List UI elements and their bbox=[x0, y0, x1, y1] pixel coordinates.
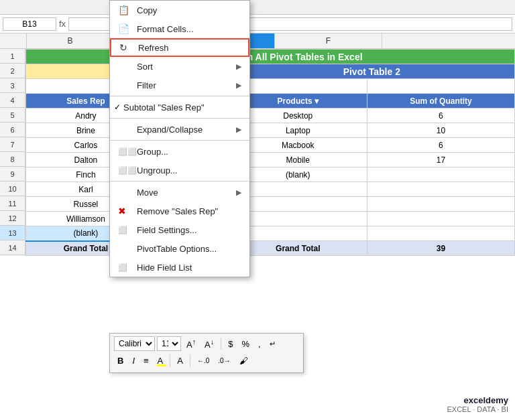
table-row: Grand Total Grand Total 39 bbox=[26, 241, 515, 256]
cell-f5[interactable]: 6 bbox=[367, 109, 514, 123]
menu-expand-label: Expand/Collapse bbox=[137, 125, 203, 135]
menu-item-subtotal[interactable]: ✓ Subtotal "Sales Rep" bbox=[110, 98, 249, 117]
separator-2 bbox=[110, 118, 249, 119]
cell-e2[interactable]: Pivot Table 2 bbox=[229, 64, 514, 79]
filter-arrow-icon: ▶ bbox=[236, 81, 241, 90]
menu-item-field-settings[interactable]: ⬜ Field Settings... bbox=[110, 220, 249, 239]
watermark-site: exceldemy bbox=[447, 395, 509, 405]
row-num-5: 5 bbox=[0, 108, 25, 123]
cell-f12[interactable] bbox=[367, 212, 514, 226]
table-row: Karl bbox=[26, 182, 515, 197]
table-row: Andry Desktop 6 bbox=[26, 109, 515, 123]
row-num-12: 12 bbox=[0, 211, 25, 226]
font-color-btn[interactable]: A bbox=[174, 353, 186, 368]
menu-item-expand[interactable]: Expand/Collapse ▶ bbox=[110, 120, 249, 139]
cell-reference-input[interactable] bbox=[3, 17, 56, 31]
menu-ungroup-label: Ungroup... bbox=[137, 165, 178, 176]
table-row: Dalton Mobile 17 bbox=[26, 153, 515, 167]
menu-item-ungroup[interactable]: ⬜⬜ Ungroup... bbox=[110, 161, 249, 180]
menu-pivottable-options-label: PivotTable Options... bbox=[137, 244, 217, 254]
menu-filter-label: Filter bbox=[137, 80, 156, 90]
menu-item-pivottable-options[interactable]: PivotTable Options... bbox=[110, 239, 249, 258]
cell-f9[interactable] bbox=[367, 167, 514, 182]
italic-btn[interactable]: I bbox=[129, 353, 138, 368]
menu-group-label: Group... bbox=[137, 147, 168, 157]
watermark-tagline: EXCEL · DATA · BI bbox=[447, 405, 509, 413]
menu-item-copy[interactable]: 📋 Copy bbox=[110, 1, 249, 19]
move-arrow-icon: ▶ bbox=[236, 188, 241, 197]
cell-f13[interactable] bbox=[367, 226, 514, 241]
menu-sort-label: Sort bbox=[137, 62, 153, 72]
menu-item-remove[interactable]: ✖ Remove "Sales Rep" bbox=[110, 202, 249, 220]
menu-item-group[interactable]: ⬜⬜ Group... bbox=[110, 142, 249, 161]
bold-btn[interactable]: B bbox=[114, 353, 127, 368]
menu-field-settings-label: Field Settings... bbox=[137, 225, 197, 235]
cell-f3[interactable] bbox=[367, 79, 514, 94]
toolbar-separator-1 bbox=[221, 338, 221, 350]
table-row: Sales Rep Products ▾ Sum of Quantity bbox=[26, 94, 515, 109]
cell-f10[interactable] bbox=[367, 182, 514, 197]
menu-move-label: Move bbox=[137, 188, 158, 198]
comma-btn[interactable]: , bbox=[255, 336, 264, 351]
cell-f6[interactable]: 10 bbox=[367, 123, 514, 138]
ungroup-icon: ⬜⬜ bbox=[118, 166, 131, 175]
refresh-icon: ↻ bbox=[119, 42, 133, 53]
menu-item-move[interactable]: Move ▶ bbox=[110, 183, 249, 202]
watermark: exceldemy EXCEL · DATA · BI bbox=[447, 395, 509, 413]
menu-item-sort[interactable]: Sort ▶ bbox=[110, 57, 249, 76]
font-decrease-btn[interactable]: A↓ bbox=[201, 336, 217, 351]
fill-color-btn[interactable]: A bbox=[154, 353, 167, 368]
number-format-btn[interactable]: ↵ bbox=[266, 336, 279, 351]
copy-icon: 📋 bbox=[118, 5, 131, 15]
cell-f11[interactable] bbox=[367, 197, 514, 212]
row-num-8: 8 bbox=[0, 152, 25, 167]
menu-item-filter[interactable]: Filter ▶ bbox=[110, 76, 249, 94]
row-num-9: 9 bbox=[0, 167, 25, 182]
row-num-2: 2 bbox=[0, 64, 25, 78]
cell-f7[interactable]: 6 bbox=[367, 138, 514, 153]
separator-4 bbox=[110, 181, 249, 182]
table-row: (blank) bbox=[26, 226, 515, 241]
row-num-7: 7 bbox=[0, 137, 25, 152]
table-row: Finch (blank) bbox=[26, 167, 515, 182]
font-select[interactable]: Calibri bbox=[114, 336, 155, 351]
table-row: Carlos Macbook 6 bbox=[26, 138, 515, 153]
menu-format-cells-label: Format Cells... bbox=[137, 24, 194, 34]
menu-remove-label: Remove "Sales Rep" bbox=[137, 206, 218, 216]
currency-btn[interactable]: $ bbox=[225, 336, 236, 351]
cell-e1[interactable]: resh All Pivot Tables in Excel bbox=[229, 50, 514, 64]
formula-bar: fx bbox=[0, 15, 515, 33]
row-num-3: 3 bbox=[0, 78, 25, 93]
column-headers: B C D E F bbox=[0, 33, 515, 49]
col-header-b: B bbox=[27, 33, 114, 48]
row-num-14: 14 bbox=[0, 240, 25, 255]
menu-copy-label: Copy bbox=[137, 5, 157, 15]
decrease-decimal-btn[interactable]: ←.0 bbox=[194, 353, 213, 368]
cell-f14[interactable]: 39 bbox=[367, 241, 514, 256]
toolbar-separator-2 bbox=[170, 354, 170, 366]
formula-bar-icon: fx bbox=[59, 19, 66, 29]
check-icon: ✓ bbox=[114, 102, 121, 112]
increase-decimal-btn[interactable]: .0→ bbox=[215, 353, 233, 368]
cell-f4[interactable]: Sum of Quantity bbox=[367, 94, 514, 109]
row-numbers: 1 2 3 4 5 6 7 8 9 10 11 12 13 14 bbox=[0, 49, 25, 256]
context-menu: 📋 Copy 📄 Format Cells... ↻ Refresh Sort … bbox=[109, 0, 250, 277]
cell-f8[interactable]: 17 bbox=[367, 153, 514, 167]
col-header-f: F bbox=[275, 33, 382, 48]
menu-hide-field-label: Hide Field List bbox=[137, 263, 192, 273]
menu-item-hide-field[interactable]: ⬜ Hide Field List bbox=[110, 258, 249, 277]
sort-arrow-icon: ▶ bbox=[236, 62, 241, 71]
menu-item-format-cells[interactable]: 📄 Format Cells... bbox=[110, 19, 249, 38]
hide-field-icon: ⬜ bbox=[118, 263, 131, 272]
expand-arrow-icon: ▶ bbox=[236, 125, 241, 134]
font-increase-btn[interactable]: A↑ bbox=[183, 336, 199, 351]
table-row: Russel bbox=[26, 197, 515, 212]
row-header-corner bbox=[0, 33, 27, 48]
align-btn[interactable]: ≡ bbox=[140, 353, 152, 368]
menu-subtotal-label: Subtotal "Sales Rep" bbox=[123, 102, 205, 113]
row-num-11: 11 bbox=[0, 196, 25, 211]
font-size-select[interactable]: 11 bbox=[157, 336, 181, 351]
menu-item-refresh[interactable]: ↻ Refresh bbox=[110, 38, 249, 57]
paint-btn[interactable]: 🖌 bbox=[236, 353, 251, 368]
percent-btn[interactable]: % bbox=[238, 336, 253, 351]
